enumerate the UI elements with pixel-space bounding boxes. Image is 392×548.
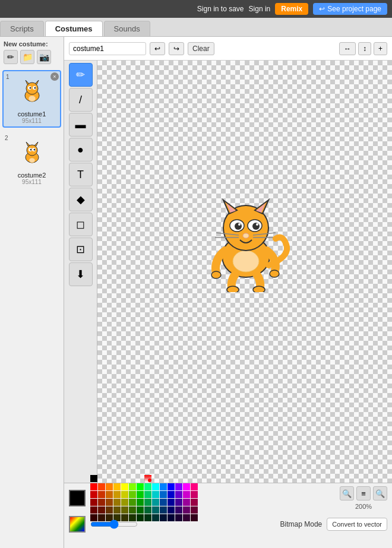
color-cell[interactable] <box>113 491 121 498</box>
costume-item-1[interactable]: 1 × costume1 <box>2 70 61 128</box>
costume-name-input[interactable] <box>69 42 146 55</box>
color-cell[interactable] <box>152 491 159 498</box>
color-cell[interactable] <box>167 499 175 506</box>
tab-sounds[interactable]: Sounds <box>104 21 150 36</box>
color-cell[interactable] <box>129 491 136 498</box>
color-black[interactable] <box>90 475 97 482</box>
undo-button[interactable]: ↩ <box>150 42 165 55</box>
eyedropper-color-swatch[interactable] <box>69 516 86 533</box>
sign-in-link[interactable]: Sign in <box>249 5 271 13</box>
color-cell[interactable] <box>113 499 121 506</box>
tab-costumes[interactable]: Costumes <box>45 21 103 36</box>
color-cell[interactable] <box>167 491 175 498</box>
costume-num-1: 1 <box>6 74 10 80</box>
color-cell[interactable] <box>113 483 121 490</box>
brush-size-slider[interactable] <box>90 520 138 529</box>
color-cell[interactable] <box>183 491 190 498</box>
eraser-tool-button[interactable]: ◻ <box>69 213 93 236</box>
color-cell[interactable] <box>191 483 198 490</box>
color-cell[interactable] <box>137 499 144 506</box>
color-cell[interactable] <box>98 491 105 498</box>
color-cell[interactable] <box>144 491 151 498</box>
color-cell[interactable] <box>160 491 167 498</box>
color-cell[interactable] <box>90 499 97 506</box>
color-cell[interactable] <box>106 483 113 490</box>
color-cell[interactable] <box>191 491 198 498</box>
color-cell[interactable] <box>98 499 105 506</box>
svg-point-28 <box>252 223 260 230</box>
tabs: Scripts Costumes Sounds <box>0 18 392 37</box>
brush-tool-button[interactable]: ✏ <box>69 63 93 87</box>
color-cell[interactable] <box>183 499 190 506</box>
color-cell[interactable] <box>121 483 128 490</box>
right-area: ↩ ↪ Clear ↔ ↕ + ✏ / ▬ ● T ◆ ◻ ⊡ ⬇ <box>64 37 392 548</box>
color-cell[interactable] <box>129 483 136 490</box>
color-cell[interactable] <box>160 499 167 506</box>
color-cell[interactable] <box>121 491 128 498</box>
color-cell[interactable] <box>167 483 175 490</box>
color-cell[interactable] <box>98 483 105 490</box>
color-cell[interactable] <box>191 499 198 506</box>
svg-point-19 <box>233 251 259 272</box>
svg-point-8 <box>29 96 36 102</box>
upload-costume-button[interactable]: 📁 <box>20 50 34 64</box>
flip-vertical-button[interactable]: ↕ <box>358 42 371 55</box>
color-cell[interactable] <box>106 491 113 498</box>
zoom-level-label: 200% <box>340 503 387 510</box>
camera-costume-button[interactable]: 📷 <box>37 50 51 64</box>
zoom-out-button[interactable]: 🔍 <box>340 486 354 501</box>
svg-marker-2 <box>26 80 29 84</box>
color-row: 🔍 ≡ 🔍 200% <box>64 483 392 513</box>
zoom-reset-button[interactable]: ≡ <box>356 486 371 501</box>
color-cell[interactable] <box>144 483 151 490</box>
color-cell[interactable] <box>175 483 182 490</box>
color-cell[interactable] <box>90 491 97 498</box>
svg-point-37 <box>270 270 279 277</box>
paint-costume-button[interactable]: ✏ <box>4 50 18 64</box>
color-cell[interactable] <box>129 499 136 506</box>
costume-item-2[interactable]: 2 costume2 95x111 <box>2 132 61 188</box>
sign-in-to-save-link[interactable]: Sign in to save <box>197 5 244 13</box>
costume2-name: costume2 <box>5 172 59 179</box>
remix-button[interactable]: Remix <box>275 3 308 15</box>
rect-tool-button[interactable]: ▬ <box>69 113 93 137</box>
color-cell[interactable] <box>160 483 167 490</box>
new-costume-label: New costume: <box>0 37 64 50</box>
svg-point-38 <box>227 286 239 292</box>
convert-to-vector-button[interactable]: Convert to vector <box>327 518 387 531</box>
color-cell[interactable] <box>137 483 144 490</box>
redo-button[interactable]: ↪ <box>169 42 184 55</box>
current-color-swatch[interactable] <box>69 490 86 506</box>
svg-point-16 <box>33 149 35 151</box>
color-cell[interactable] <box>175 499 182 506</box>
color-cell[interactable] <box>137 491 144 498</box>
delete-costume-1-button[interactable]: × <box>50 72 59 81</box>
color-cell[interactable] <box>90 483 97 490</box>
line-tool-button[interactable]: / <box>69 88 93 112</box>
see-project-button[interactable]: ↩ See project page <box>313 3 387 15</box>
color-cell[interactable] <box>175 491 182 498</box>
fill-tool-button[interactable]: ◆ <box>69 188 93 211</box>
stamp-tool-button[interactable]: ⬇ <box>69 262 93 286</box>
cat-sprite <box>198 191 293 294</box>
color-cell[interactable] <box>144 499 151 506</box>
text-tool-button[interactable]: T <box>69 163 93 186</box>
editor-mid: ✏ / ▬ ● T ◆ ◻ ⊡ ⬇ <box>64 61 392 483</box>
color-cell[interactable] <box>183 483 190 490</box>
circle-tool-button[interactable]: ● <box>69 138 93 161</box>
canvas-area[interactable] <box>97 61 392 483</box>
clear-button[interactable]: Clear <box>188 42 214 55</box>
zoom-row: 🔍 ≡ 🔍 <box>340 486 387 501</box>
add-button[interactable]: + <box>374 42 387 55</box>
color-cell[interactable] <box>106 499 113 506</box>
svg-point-39 <box>253 286 265 292</box>
tab-scripts[interactable]: Scripts <box>0 21 44 36</box>
svg-point-6 <box>29 87 31 89</box>
select-tool-button[interactable]: ⊡ <box>69 237 93 261</box>
color-cell[interactable] <box>152 499 159 506</box>
flip-horizontal-button[interactable]: ↔ <box>339 42 356 55</box>
zoom-in-button[interactable]: 🔍 <box>373 486 387 501</box>
canvas-inner <box>97 61 392 483</box>
color-cell[interactable] <box>152 483 159 490</box>
color-cell[interactable] <box>121 499 128 506</box>
